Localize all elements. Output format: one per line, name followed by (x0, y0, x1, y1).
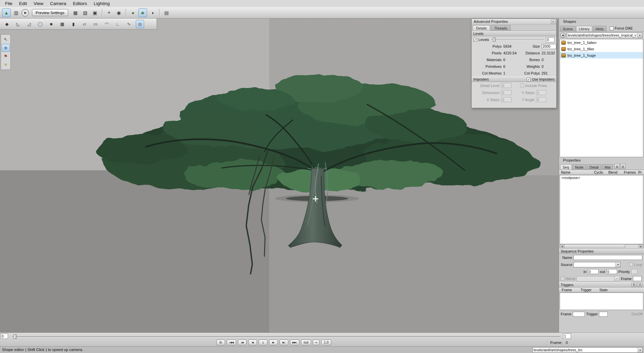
tab-hints[interactable]: Hints (593, 26, 606, 31)
trackball-tool-icon[interactable]: ◎ (136, 20, 144, 28)
light-tool-icon[interactable]: ☀ (2, 61, 10, 69)
include-poles-checkbox[interactable] (520, 84, 524, 87)
set-in-button[interactable]: in (216, 340, 225, 345)
material-preview-icon[interactable]: ◑ (148, 8, 157, 17)
play-preview-icon[interactable]: ▶ (22, 9, 29, 16)
sequence-name-input[interactable] (573, 255, 642, 260)
next-keyframe-icon[interactable]: ▶| (280, 340, 288, 345)
remove-trigger-icon[interactable]: ⊟ (638, 282, 642, 287)
tab-library[interactable]: Library (576, 26, 592, 31)
list-item[interactable]: tro_tree_1_fallen (560, 39, 643, 46)
triggers-list[interactable] (560, 293, 643, 310)
grid-snap-icon[interactable]: ▧ (81, 8, 90, 17)
timeline-slider-thumb[interactable] (13, 334, 16, 339)
blend-dropdown[interactable]: ▼ (576, 276, 619, 281)
menu-camera[interactable]: Camera (47, 0, 70, 7)
blend-frame-input[interactable] (633, 276, 642, 281)
timeline-slider[interactable] (12, 336, 560, 337)
size-input[interactable] (542, 44, 556, 49)
out-input[interactable] (606, 269, 617, 274)
move-gizmo-icon[interactable]: ⊕ (2, 44, 10, 52)
loop-checkbox[interactable] (629, 263, 633, 266)
trigger-id-input[interactable] (599, 312, 608, 317)
timeline-start-input[interactable] (1, 334, 8, 339)
copy-sequence-icon[interactable]: ▥ (620, 164, 626, 169)
vegetation-detail-icon[interactable]: ♣ (138, 8, 147, 17)
detail-level-slider-thumb[interactable] (493, 37, 496, 42)
source-dropdown[interactable]: ▼ (573, 262, 620, 267)
level-value-input[interactable] (546, 37, 555, 42)
menu-lighting[interactable]: Lighting (90, 0, 113, 7)
pause-icon[interactable]: || (259, 340, 267, 345)
detail-level-input[interactable] (501, 83, 511, 88)
uv-pad-icon[interactable]: ▩ (58, 20, 67, 28)
tab-mat[interactable]: Mat (602, 164, 613, 170)
menu-edit[interactable]: Edit (16, 0, 30, 7)
tab-scene[interactable]: Scene (560, 26, 575, 31)
save-sequence-icon[interactable]: ▤ (614, 164, 619, 169)
sequence-row-rootpose[interactable]: <rootpose> (560, 175, 643, 180)
tab-seq[interactable]: Seq (560, 164, 572, 170)
slope-tool-icon[interactable]: ◿ (25, 20, 33, 28)
orbit-camera-icon[interactable]: ◉ (115, 8, 123, 17)
prev-keyframe-icon[interactable]: |◀ (238, 340, 247, 345)
cube-tool-icon[interactable]: ■ (47, 20, 55, 28)
preview-settings-button[interactable]: Preview Settings (32, 9, 68, 16)
screenshot-icon[interactable]: ▤ (162, 8, 171, 17)
close-icon[interactable]: × (551, 19, 555, 24)
use-imposters-checkbox[interactable]: ✓ (527, 78, 530, 81)
sequence-list-hscrollbar[interactable]: ◀ ▶ (560, 244, 643, 249)
flag-tool-icon[interactable]: ⚑ (2, 52, 10, 60)
advanced-properties-titlebar[interactable]: Advanced Properties × (472, 19, 556, 25)
y-steps-input[interactable] (536, 90, 546, 95)
wedge-tool-icon[interactable]: ◺ (14, 20, 22, 28)
trigger-frame-input[interactable] (573, 312, 585, 317)
dimension-input[interactable] (501, 90, 511, 95)
jump-to-start-icon[interactable]: |◀◀ (227, 340, 236, 345)
shape-editor-mode-icon[interactable]: ▲ (2, 8, 11, 17)
in-input[interactable] (588, 269, 599, 274)
scroll-thumb[interactable] (564, 245, 625, 248)
tab-node[interactable]: Node (572, 164, 586, 170)
plane-tool-icon[interactable]: ▱ (80, 20, 89, 28)
back-icon[interactable]: ◀ (560, 33, 565, 38)
menu-editors[interactable]: Editors (70, 0, 90, 7)
grid-toggle-icon[interactable]: ▦ (71, 8, 80, 17)
scroll-track[interactable] (564, 245, 639, 248)
cylinder-tool-icon[interactable]: ▮ (69, 20, 78, 28)
sequence-list[interactable]: <rootpose> (560, 175, 643, 244)
tab-details[interactable]: Details (473, 25, 490, 31)
globe-tool-icon[interactable]: ◯ (36, 20, 44, 28)
menu-file[interactable]: File (2, 0, 16, 7)
menu-view[interactable]: View (30, 0, 47, 7)
jump-to-end-icon[interactable]: ▶▶| (290, 340, 299, 345)
set-out-button[interactable]: out (301, 340, 311, 345)
detail-level-slider[interactable] (491, 39, 544, 40)
list-item[interactable]: tro_tree_1_filler (560, 46, 643, 52)
select-cursor-icon[interactable]: ↖ (2, 36, 10, 43)
scroll-right-icon[interactable]: ▶ (639, 245, 643, 248)
scroll-left-icon[interactable]: ◀ (560, 245, 564, 248)
status-path-dropdown[interactable]: levels/atoll/art/shapes/trees_tro ▼ (532, 347, 643, 353)
shapes-list[interactable]: tro_tree_1_fallen tro_tree_1_filler tro_… (560, 39, 643, 157)
tab-detail[interactable]: Detail (587, 164, 601, 170)
y-angle-input[interactable] (536, 97, 546, 102)
arc-tool-icon[interactable]: ◠ (102, 20, 111, 28)
split-view-icon[interactable]: ▥ (12, 8, 20, 17)
bone-tool-icon[interactable]: ◆ (3, 20, 11, 28)
ortho-view-icon[interactable]: ▣ (91, 8, 99, 17)
play-backward-icon[interactable]: ◀ (248, 340, 257, 345)
playback-speed-button[interactable]: 1.0 (321, 340, 331, 345)
play-icon[interactable]: ▶ (269, 340, 278, 345)
timeline-end-input[interactable] (563, 334, 571, 339)
force-dae-checkbox[interactable] (610, 27, 613, 30)
x-steps-input[interactable] (501, 97, 511, 102)
levels-checkbox[interactable]: ✓ (473, 38, 477, 42)
loop-mode-icon[interactable]: ⇥ (313, 340, 319, 345)
add-trigger-icon[interactable]: ⊞ (632, 282, 636, 287)
blend-checkbox[interactable] (561, 277, 564, 280)
angle-tool-icon[interactable]: ∟ (114, 20, 122, 28)
sheet-tool-icon[interactable]: ▭ (91, 20, 100, 28)
library-path-dropdown[interactable]: levels/atoll/art/shapes/trees/trees_trop… (567, 33, 642, 38)
tab-threads[interactable]: Threads (491, 25, 511, 31)
